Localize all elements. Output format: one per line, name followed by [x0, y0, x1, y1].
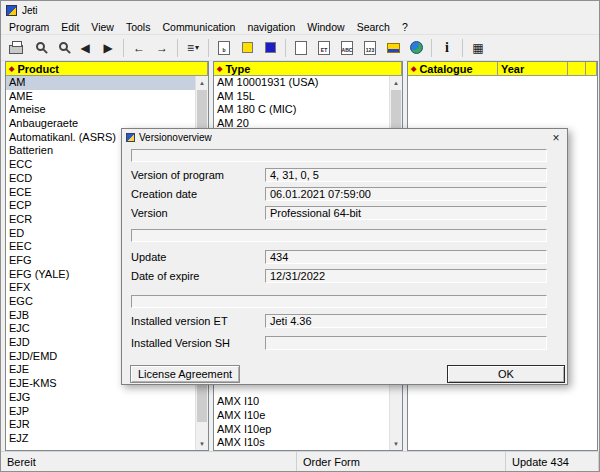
application-window: Jeti ProgramEditViewToolsCommunicationna… [0, 0, 600, 472]
doc-plain-icon[interactable] [290, 37, 312, 59]
menu-item[interactable]: navigation [241, 20, 301, 34]
menu-item[interactable]: Search [351, 20, 396, 34]
creation-date-field: 06.01.2021 07:59:00 [265, 187, 547, 201]
installed-version-et-field: Jeti 4.36 [265, 314, 547, 328]
menu-item[interactable]: Communication [156, 20, 241, 34]
forward-icon: → [156, 42, 168, 54]
yellow-marker-icon [242, 42, 253, 53]
menu-item[interactable]: ? [396, 20, 414, 34]
forward-icon[interactable]: → [151, 37, 173, 59]
scroll-down-icon[interactable]: ▼ [196, 437, 208, 450]
product-list-item[interactable]: EJG [6, 391, 195, 405]
menu-item[interactable]: Window [301, 20, 350, 34]
diamond-icon: ◆ [217, 65, 222, 72]
update-field: 434 [265, 250, 547, 264]
blue-marker-icon[interactable] [259, 37, 281, 59]
product-list-item[interactable]: Ameise [6, 103, 195, 117]
year-column-header[interactable]: Year [498, 62, 568, 76]
document-info-icon[interactable]: b [213, 37, 235, 59]
dialog-field-row: Version of program 4, 31, 0, 5 [131, 168, 547, 182]
dialog-field-row: Installed Version SH [131, 336, 547, 350]
license-agreement-button[interactable]: License Agreement [130, 365, 240, 383]
menu-item[interactable]: Program [3, 20, 55, 34]
doc-et-icon[interactable]: ET [313, 37, 335, 59]
close-icon[interactable]: × [545, 129, 567, 146]
ok-button[interactable]: OK [447, 365, 565, 383]
product-list-item[interactable]: EJZ [6, 432, 195, 446]
back-icon[interactable]: ← [128, 37, 150, 59]
product-column-header[interactable]: ◆ Product [6, 62, 208, 76]
window-title: Jeti [22, 5, 38, 16]
shopping-basket-icon [387, 43, 400, 53]
toolbar-separator [177, 39, 178, 57]
catalogue-header-label: Catalogue [419, 63, 472, 75]
field-label: Date of expire [131, 269, 199, 283]
zoom-overview-icon [36, 42, 45, 51]
separator-field [131, 295, 547, 308]
view-menu-icon: ≡ [187, 42, 194, 54]
type-list-item[interactable]: AMX I10 [214, 395, 389, 409]
catalogue-column-header[interactable]: ◆ Catalogue [408, 62, 498, 76]
dialog-field-row: Version Professional 64-bit [131, 206, 547, 220]
titlebar: Jeti [1, 1, 599, 19]
toolbar-separator [431, 39, 432, 57]
type-header-label: Type [225, 63, 250, 75]
scroll-down-icon[interactable]: ▼ [390, 437, 402, 450]
scroll-up-icon[interactable]: ▲ [196, 76, 208, 89]
field-label: Installed Version SH [131, 336, 230, 350]
back-icon: ← [133, 42, 145, 54]
diamond-icon: ◆ [9, 65, 14, 72]
type-column-header[interactable]: ◆ Type [214, 62, 402, 76]
product-list-item[interactable]: EJR [6, 418, 195, 432]
field-label: Version [131, 206, 168, 220]
globe-icon[interactable] [405, 37, 427, 59]
zoom-overview-icon[interactable] [28, 37, 50, 59]
product-list-item[interactable]: AM [6, 76, 195, 90]
type-list-item[interactable]: AM 180 C (MIC) [214, 103, 389, 117]
dialog-field-row: Update 434 [131, 250, 547, 264]
dialog-titlebar[interactable]: Versionoverview × [122, 129, 567, 146]
print-icon[interactable] [5, 37, 27, 59]
toolbar-separator [208, 39, 209, 57]
zoom-icon[interactable] [51, 37, 73, 59]
doc-123-icon[interactable]: 123 [359, 37, 381, 59]
type-list-item[interactable]: AMX I10s [214, 436, 389, 450]
field-label: Creation date [131, 187, 197, 201]
type-list-item[interactable]: AM 10001931 (USA) [214, 76, 389, 90]
dialog-icon [126, 133, 135, 142]
status-update: Update 434 [506, 452, 599, 471]
scroll-up-icon[interactable]: ▲ [390, 76, 402, 89]
blue-marker-icon [265, 42, 276, 53]
next-record-icon[interactable]: ▶ [97, 37, 119, 59]
doc-123-icon: 123 [364, 41, 376, 55]
toolbar: ◀▶←→≡▾bETABC123i▦ [1, 34, 599, 61]
menu-item[interactable]: Edit [55, 20, 85, 34]
dialog-field-row: Date of expire 12/31/2022 [131, 269, 547, 283]
separator-field [131, 229, 547, 242]
type-list-item[interactable]: AMX I10ep [214, 423, 389, 437]
product-panel-header: ◆ Product [6, 62, 208, 76]
doc-et-icon: ET [318, 41, 330, 55]
app-icon [6, 5, 17, 16]
doc-abc-icon[interactable]: ABC [336, 37, 358, 59]
view-menu-icon[interactable]: ≡▾ [182, 37, 204, 59]
product-list-item[interactable]: AME [6, 90, 195, 104]
info-icon[interactable]: i [436, 37, 458, 59]
product-list-item[interactable]: EJP [6, 405, 195, 419]
version-field: Professional 64-bit [265, 206, 547, 220]
menu-item[interactable]: View [85, 20, 120, 34]
previous-record-icon[interactable]: ◀ [74, 37, 96, 59]
menu-item[interactable]: Tools [120, 20, 157, 34]
type-list-item[interactable]: AM 15L [214, 90, 389, 104]
type-list-item[interactable]: AMX I10e [214, 409, 389, 423]
separator-field [131, 149, 547, 162]
next-record-icon: ▶ [103, 42, 112, 54]
yellow-marker-icon[interactable] [236, 37, 258, 59]
shopping-basket-icon[interactable] [382, 37, 404, 59]
document-info-icon: b [218, 41, 230, 55]
window-grid-icon[interactable]: ▦ [467, 37, 489, 59]
dialog-title: Versionoverview [139, 132, 212, 143]
empty-column-header [586, 62, 597, 76]
field-label: Installed version ET [131, 314, 228, 328]
diamond-icon: ◆ [411, 65, 416, 72]
